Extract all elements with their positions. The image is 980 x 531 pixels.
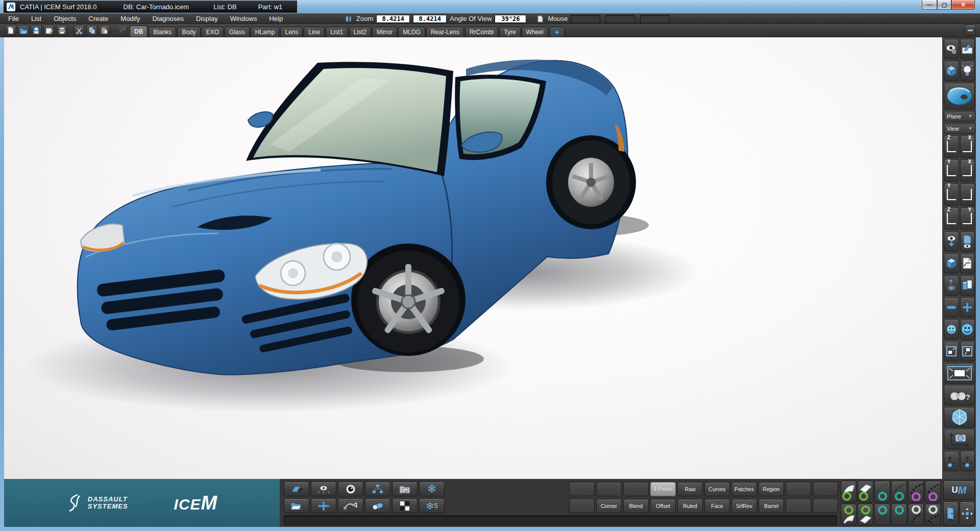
menu-diagnoses[interactable]: Diagnoses <box>146 15 190 22</box>
menu-create[interactable]: Create <box>82 15 114 22</box>
folder-open-icon[interactable] <box>284 498 309 513</box>
zoom-out-icon[interactable] <box>944 297 959 318</box>
zoom-window-2-icon[interactable] <box>960 341 975 361</box>
smiley-small-icon[interactable] <box>944 319 959 340</box>
paste-icon[interactable] <box>99 25 110 36</box>
view-corner-button[interactable] <box>960 183 975 206</box>
view-y3-button[interactable]: Y <box>944 183 959 206</box>
menu-windows[interactable]: Windows <box>224 15 263 22</box>
four-points-button[interactable]: 4 Points <box>650 482 676 496</box>
display-sketch-icon[interactable] <box>960 39 975 59</box>
barrel-button[interactable]: Barrel <box>758 499 784 513</box>
mesh-sphere-icon[interactable] <box>944 407 975 427</box>
tab-rrcombi[interactable]: RrCombi <box>465 27 498 37</box>
surface-green-1-icon[interactable] <box>841 480 856 502</box>
plane-dropdown[interactable]: Plane ▼ <box>944 111 975 122</box>
checkerboard-icon[interactable] <box>392 498 418 513</box>
mouse-field-3[interactable] <box>640 15 670 23</box>
new-file-icon[interactable] <box>5 25 16 36</box>
project-eye-icon[interactable] <box>944 231 959 252</box>
tab-mirror[interactable]: Mirror <box>372 27 397 37</box>
surface-green-3-icon[interactable] <box>841 503 856 525</box>
zoom-in-icon[interactable] <box>960 297 975 318</box>
open-file-icon[interactable] <box>18 25 29 36</box>
empty-button[interactable] <box>786 482 811 496</box>
curve-teal-3-icon[interactable] <box>874 503 890 525</box>
mouse-field-1[interactable] <box>571 15 600 23</box>
tab-wheel[interactable]: Wheel <box>522 27 548 37</box>
menu-objects[interactable]: Objects <box>47 15 82 22</box>
fit-view-icon[interactable] <box>944 363 975 383</box>
patches-button[interactable]: Patches <box>731 482 757 496</box>
copy-icon[interactable] <box>86 25 97 36</box>
cube-icon[interactable] <box>944 61 959 81</box>
curve-teal-2-icon[interactable] <box>891 480 907 502</box>
offset-button[interactable]: Offset <box>650 499 676 513</box>
close-icon[interactable]: ✕ <box>951 0 975 10</box>
save-icon[interactable] <box>31 25 42 36</box>
curve-points-icon[interactable] <box>338 498 363 513</box>
cut-icon[interactable] <box>74 25 85 36</box>
view-y2-button[interactable]: Y <box>960 207 975 230</box>
eraser-icon[interactable] <box>365 498 390 513</box>
search-binoculars-icon[interactable]: ? <box>944 385 975 405</box>
status-input-strip[interactable] <box>284 515 837 525</box>
curves-button[interactable]: Curves <box>704 482 730 496</box>
axes-small-1-icon[interactable] <box>944 451 959 471</box>
measure-camera-icon[interactable] <box>944 429 975 449</box>
corner-button[interactable]: Corner <box>596 499 622 513</box>
scan-gray-1-icon[interactable] <box>908 503 924 525</box>
scan-gray-2-icon[interactable] <box>925 503 941 525</box>
page-eye-icon[interactable] <box>960 231 975 252</box>
view-top-y-button[interactable]: Y <box>944 159 959 182</box>
empty-button[interactable] <box>786 499 811 513</box>
shading-torus-icon[interactable] <box>944 83 975 109</box>
resize-grip[interactable] <box>972 523 979 530</box>
add-tab-button[interactable]: + <box>549 27 565 37</box>
axes-small-2-icon[interactable] <box>960 451 975 471</box>
orient-help-icon[interactable]: ? <box>944 275 959 296</box>
empty-button[interactable] <box>813 482 838 496</box>
page-curve-icon[interactable] <box>960 253 975 274</box>
tab-db[interactable]: DB <box>130 26 148 37</box>
eye-arrows-icon[interactable] <box>311 481 336 496</box>
tab-lens[interactable]: Lens <box>280 27 303 37</box>
view-side-x-button[interactable]: X <box>960 135 975 158</box>
eye-settings-icon[interactable] <box>944 39 959 59</box>
tab-glass[interactable]: Glass <box>225 27 250 37</box>
tab-tyre[interactable]: Tyre <box>499 27 520 37</box>
structure-tree-icon[interactable] <box>365 481 390 496</box>
angle-of-view-input[interactable] <box>495 15 526 23</box>
tab-rear-lens[interactable]: Rear-Lens <box>426 27 464 37</box>
plane-axes-icon[interactable] <box>284 481 309 496</box>
3d-viewport[interactable] <box>4 37 942 479</box>
curve-teal-1-icon[interactable] <box>874 480 890 502</box>
save-as-icon[interactable] <box>43 25 55 36</box>
solid-cube-icon[interactable] <box>944 253 959 274</box>
freeze-5-icon[interactable]: ❄ 5 <box>419 498 445 513</box>
tab-exo[interactable]: EXO <box>202 27 224 37</box>
surface-green-2-icon[interactable] <box>857 480 873 502</box>
ruled-button[interactable]: Ruled <box>677 499 703 513</box>
view-front-button[interactable]: Z <box>944 135 959 158</box>
freeze-icon[interactable]: ❄ <box>419 481 445 496</box>
print-icon[interactable] <box>56 25 67 36</box>
menu-file[interactable]: File <box>0 15 25 22</box>
zoom-input-2[interactable] <box>413 15 447 23</box>
srfrev-button[interactable]: SrfRev <box>731 499 757 513</box>
menu-list[interactable]: List <box>25 15 47 22</box>
icem-logo-button[interactable]: UM <box>943 480 975 500</box>
cross-plus-icon[interactable] <box>311 498 336 513</box>
view-z2-button[interactable]: Z <box>944 207 959 230</box>
empty-button[interactable] <box>623 482 649 496</box>
tab-hlamp[interactable]: HLamp <box>251 27 280 37</box>
cylinder-page-icon[interactable] <box>960 275 975 296</box>
toolbar-collapse-icon[interactable] <box>965 25 976 35</box>
folder-link-icon[interactable] <box>392 481 418 496</box>
empty-button[interactable] <box>569 499 595 513</box>
tab-line[interactable]: Line <box>304 27 325 37</box>
zoom-window-icon[interactable] <box>944 341 959 361</box>
pan-move-icon[interactable] <box>960 501 975 526</box>
surface-green-4-icon[interactable] <box>857 503 873 525</box>
region-button[interactable]: Region <box>758 482 784 496</box>
